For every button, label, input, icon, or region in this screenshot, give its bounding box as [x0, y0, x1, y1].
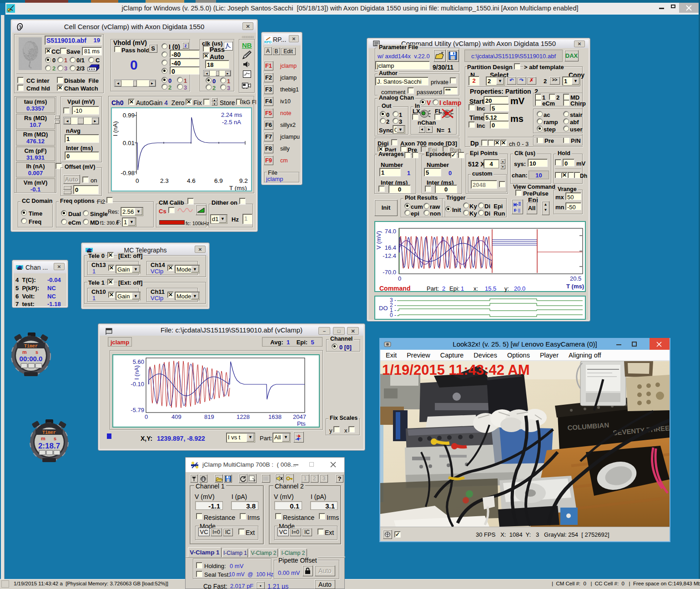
svg-text:-70.0: -70.0 [383, 269, 396, 276]
svg-text:T (ms): T (ms) [229, 185, 247, 191]
svg-text:m: m [22, 349, 27, 355]
svg-text:2.3: 2.3 [160, 177, 169, 184]
svg-text:74.0: 74.0 [385, 228, 396, 235]
svg-text:16.4: 16.4 [385, 244, 396, 251]
svg-text:RPD: RPD [264, 40, 272, 44]
svg-text:409: 409 [171, 413, 181, 420]
svg-text:819: 819 [204, 413, 214, 420]
svg-text:2:18.7: 2:18.7 [38, 442, 60, 450]
svg-text:2047: 2047 [293, 413, 306, 420]
svg-text:20.5: 20.5 [570, 275, 581, 282]
svg-text:I (nA): I (nA) [133, 365, 140, 380]
svg-text:0 -: 0 - [390, 312, 396, 318]
svg-text:Timer: Timer [24, 344, 38, 349]
svg-text:m: m [41, 436, 45, 441]
svg-text:-2.5 nA: -2.5 nA [222, 119, 241, 126]
svg-text:-0.98: -0.98 [121, 170, 135, 176]
svg-text:4.6: 4.6 [187, 177, 196, 184]
svg-text:s: s [35, 349, 38, 355]
svg-text:0: 0 [145, 413, 148, 420]
svg-text:6.9: 6.9 [214, 177, 223, 184]
svg-text:0.99: 0.99 [123, 112, 135, 119]
svg-text:-12.4: -12.4 [383, 252, 396, 259]
svg-text:00:00.0: 00:00.0 [20, 355, 43, 362]
svg-text:0.01: 0.01 [123, 140, 135, 146]
svg-text:0: 0 [136, 177, 139, 184]
svg-text:1228: 1228 [237, 413, 250, 420]
svg-text:1/19/2015 11:43:42 AM: 1/19/2015 11:43:42 AM [382, 362, 530, 378]
svg-text:Pts: Pts [297, 420, 306, 427]
svg-text:1638: 1638 [268, 413, 282, 420]
svg-text:I (nA): I (nA) [112, 121, 119, 136]
svg-text:DO: DO [379, 305, 388, 312]
svg-text:s: s [54, 436, 56, 441]
svg-text:2.24 ms: 2.24 ms [221, 111, 242, 118]
svg-text:-0.10: -0.10 [131, 381, 144, 388]
svg-text:V (mV): V (mV) [375, 231, 382, 249]
svg-text:Timer: Timer [42, 430, 56, 435]
svg-text:T (ms): T (ms) [566, 283, 584, 290]
svg-text:-5.79: -5.79 [131, 407, 144, 413]
svg-text:5.60: 5.60 [133, 358, 144, 365]
svg-text:9.2: 9.2 [239, 177, 248, 184]
svg-text:0: 0 [398, 275, 401, 282]
